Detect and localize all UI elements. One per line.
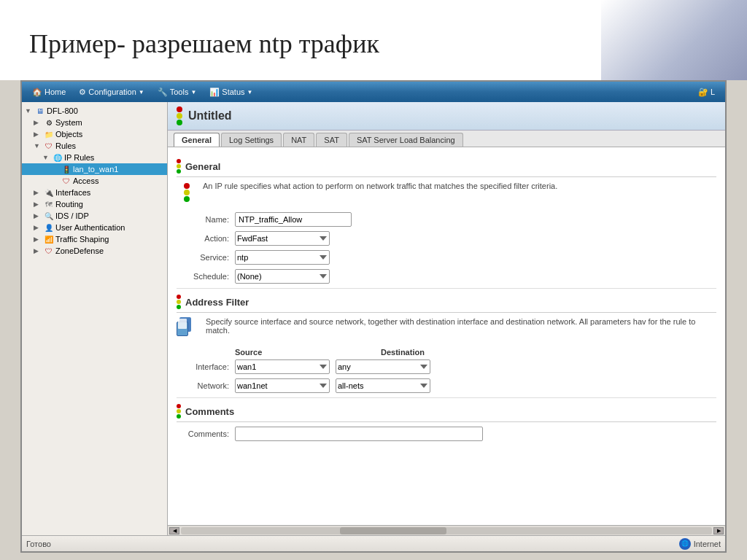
tools-icon: 🔧 xyxy=(158,88,168,97)
slide-title: Пример- разрешаем ntp трафик xyxy=(29,28,379,59)
scroll-right-button[interactable]: ▶ xyxy=(713,527,724,534)
scroll-left-button[interactable]: ◀ xyxy=(169,527,179,534)
rules-icon: 🛡 xyxy=(44,141,54,151)
toggle-routing[interactable]: ▶ xyxy=(34,201,42,208)
address-filter-section-header: Address Filter xyxy=(177,295,716,313)
general-section-title: General xyxy=(185,161,220,172)
nav-login[interactable]: 🔐 L xyxy=(692,83,721,101)
status-arrow-icon: ▼ xyxy=(247,89,253,96)
sidebar-label-access: Access xyxy=(73,176,98,185)
toggle-system[interactable]: ▶ xyxy=(34,119,42,126)
toggle-user-auth[interactable]: ▶ xyxy=(34,224,42,231)
sidebar-label-rules: Rules xyxy=(55,141,76,150)
dest-network-select[interactable]: all-nets xyxy=(336,378,430,393)
tab-sat[interactable]: SAT xyxy=(316,133,347,147)
interface-label: Interface: xyxy=(177,362,235,371)
tabs-bar: General Log Settings NAT SAT SAT Server … xyxy=(168,131,725,147)
toggle-iprules[interactable]: ▼ xyxy=(42,154,51,161)
user-auth-icon: 👤 xyxy=(44,222,54,233)
sidebar: ▼ 🖥 DFL-800 ▶ ⚙ System ▶ 📁 Objects ▼ 🛡 R… xyxy=(22,102,168,535)
network-label: Network: xyxy=(177,381,235,390)
nav-login-label: L xyxy=(711,88,715,96)
status-bar-right: 🌐 Internet xyxy=(679,538,721,550)
name-label: Name: xyxy=(177,215,235,224)
sidebar-item-iprules[interactable]: ▼ 🌐 IP Rules xyxy=(22,152,167,163)
tab-general[interactable]: General xyxy=(174,133,220,147)
action-select[interactable]: FwdFast xyxy=(235,231,330,246)
toggle-traffic[interactable]: ▶ xyxy=(34,236,42,243)
sidebar-item-interfaces[interactable]: ▶ 🔌 Interfaces xyxy=(22,187,167,198)
sidebar-label-objects: Objects xyxy=(55,130,82,139)
sidebar-item-rules[interactable]: ▼ 🛡 Rules xyxy=(22,140,167,152)
traffic-icon: 📶 xyxy=(44,234,54,244)
scroll-thumb[interactable] xyxy=(340,527,446,534)
tl-green xyxy=(177,120,182,125)
source-interface-select[interactable]: wan1 xyxy=(235,359,330,374)
service-select[interactable]: ntp xyxy=(235,250,330,265)
nav-configuration[interactable]: ⚙ Configuration ▼ xyxy=(73,83,150,101)
cmt-tl-red xyxy=(177,404,181,408)
toggle-interfaces[interactable]: ▶ xyxy=(34,189,42,196)
sidebar-item-zone[interactable]: ▶ 🛡 ZoneDefense xyxy=(22,245,167,257)
addr-info-icon xyxy=(177,317,200,341)
internet-icon: 🌐 xyxy=(679,538,691,550)
toggle-zone[interactable]: ▶ xyxy=(34,247,42,254)
separator-2 xyxy=(177,397,716,398)
cmt-tl-yellow xyxy=(177,409,181,413)
toggle-rules[interactable]: ▼ xyxy=(34,142,42,149)
interfaces-icon: 🔌 xyxy=(44,187,54,198)
dest-interface-select[interactable]: any xyxy=(336,359,430,374)
toggle-objects[interactable]: ▶ xyxy=(34,131,42,138)
comments-section-icon xyxy=(177,404,181,419)
nav-status-label: Status xyxy=(222,88,244,96)
nav-tools[interactable]: 🔧 Tools ▼ xyxy=(152,83,203,101)
sidebar-item-lan-to-wan1[interactable]: 🚦 lan_to_wan1 xyxy=(22,163,167,175)
general-info-text: An IP rule specifies what action to perf… xyxy=(203,182,557,190)
sidebar-item-ids[interactable]: ▶ 🔍 IDS / IDP xyxy=(22,210,167,222)
schedule-row: Schedule: (None) xyxy=(177,269,716,284)
nav-status[interactable]: 📊 Status ▼ xyxy=(204,83,258,101)
scroll-track[interactable] xyxy=(181,527,712,534)
general-description: An IP rule specifies what action to perf… xyxy=(177,182,716,205)
horizontal-scrollbar[interactable]: ◀ ▶ xyxy=(168,525,725,535)
sidebar-item-dfl800[interactable]: ▼ 🖥 DFL-800 xyxy=(22,105,167,117)
comments-label: Comments: xyxy=(177,429,235,438)
sec-tl-green xyxy=(177,169,181,174)
source-column-label: Source xyxy=(235,348,352,357)
addr-tl-red xyxy=(177,295,181,299)
config-arrow-icon: ▼ xyxy=(139,89,144,96)
folder-icon: 📁 xyxy=(44,129,54,139)
source-network-select[interactable]: wan1net xyxy=(235,378,330,393)
nav-bar: 🏠 Home ⚙ Configuration ▼ 🔧 Tools ▼ 📊 Sta… xyxy=(22,82,725,102)
tab-nat[interactable]: NAT xyxy=(283,133,314,147)
network-selects: wan1net all-nets xyxy=(235,378,430,393)
sidebar-item-user-auth[interactable]: ▶ 👤 User Authentication xyxy=(22,222,167,233)
sidebar-item-system[interactable]: ▶ ⚙ System xyxy=(22,117,167,128)
sidebar-item-routing[interactable]: ▶ 🗺 Routing xyxy=(22,198,167,210)
nav-home[interactable]: 🏠 Home xyxy=(26,83,71,101)
nav-tools-label: Tools xyxy=(170,88,189,96)
service-label: Service: xyxy=(177,253,235,262)
tab-sat-server[interactable]: SAT Server Load Balancing xyxy=(349,133,463,147)
sidebar-item-access[interactable]: 🛡 Access xyxy=(22,175,167,187)
status-icon: 📊 xyxy=(209,88,220,97)
sidebar-label-traffic: Traffic Shaping xyxy=(55,235,109,244)
toggle-dfl800[interactable]: ▼ xyxy=(25,107,34,114)
sidebar-item-objects[interactable]: ▶ 📁 Objects xyxy=(22,128,167,140)
internet-label: Internet xyxy=(694,540,721,548)
separator-1 xyxy=(177,288,716,289)
routing-icon: 🗺 xyxy=(44,199,54,209)
sidebar-item-traffic[interactable]: ▶ 📶 Traffic Shaping xyxy=(22,233,167,245)
browser-window: 🏠 Home ⚙ Configuration ▼ 🔧 Tools ▼ 📊 Sta… xyxy=(20,80,727,553)
destination-column-label: Destination xyxy=(381,348,498,357)
sidebar-label-user-auth: User Authentication xyxy=(55,223,125,232)
service-row: Service: ntp xyxy=(177,250,716,265)
status-bar: Готово 🌐 Internet xyxy=(22,535,725,551)
comments-input[interactable] xyxy=(235,427,483,441)
schedule-select[interactable]: (None) xyxy=(235,269,330,284)
tab-log-settings[interactable]: Log Settings xyxy=(221,133,282,147)
content-header: Untitled xyxy=(168,102,725,131)
toggle-ids[interactable]: ▶ xyxy=(34,212,42,219)
name-input[interactable] xyxy=(235,212,352,227)
access-icon: 🛡 xyxy=(61,176,71,186)
